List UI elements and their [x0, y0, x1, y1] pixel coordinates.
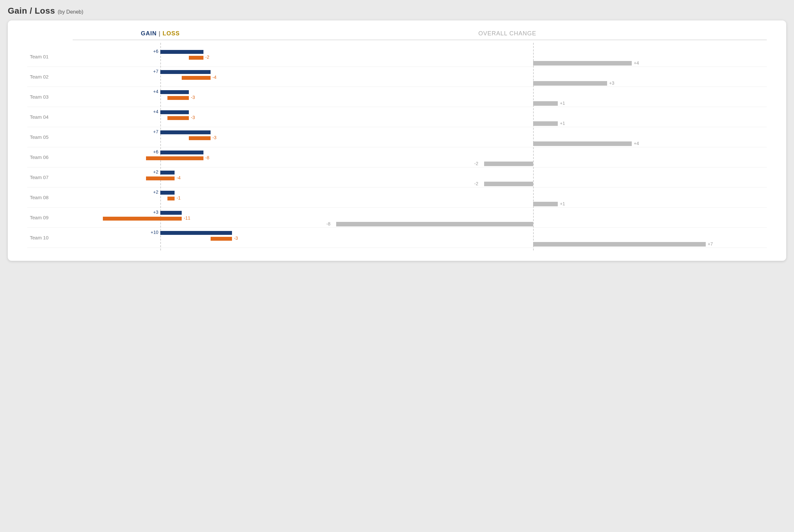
loss-bar	[146, 176, 174, 180]
page-subtitle: (by Deneb)	[58, 9, 83, 15]
change-bar	[533, 121, 558, 126]
loss-header-word: LOSS	[163, 30, 180, 37]
change-area: +1	[248, 188, 767, 207]
chart-row: Team 08+2-1+1	[27, 188, 767, 208]
change-bar	[484, 182, 533, 186]
gain-value-label: +10	[151, 230, 158, 235]
loss-bar	[167, 196, 174, 201]
team-label: Team 01	[27, 47, 73, 66]
chart-row: Team 06+6-8-2	[27, 147, 767, 167]
change-area: +1	[248, 87, 767, 107]
loss-bar	[189, 56, 203, 60]
gain-loss-header: GAIN | LOSS	[73, 30, 248, 37]
chart-card: GAIN | LOSS OVERALL CHANGE Team 01+6-2+4…	[8, 20, 786, 261]
header-rule	[73, 40, 767, 40]
loss-bar	[182, 76, 210, 80]
change-area: +7	[248, 228, 767, 248]
change-value-label: +4	[634, 141, 639, 146]
team-label: Team 10	[27, 228, 73, 248]
team-label: Team 03	[27, 87, 73, 107]
change-axis	[533, 43, 534, 250]
gain-bar	[160, 130, 211, 134]
chart-headers: GAIN | LOSS OVERALL CHANGE	[73, 30, 767, 37]
change-value-label: +7	[708, 241, 713, 247]
loss-value-label: -4	[176, 175, 181, 180]
loss-bar	[167, 96, 189, 100]
change-area: -2	[248, 147, 767, 167]
team-label: Team 06	[27, 147, 73, 167]
change-value-label: +4	[634, 60, 639, 65]
change-bar	[533, 101, 558, 106]
overall-header-word: OVERALL CHANGE	[478, 30, 536, 37]
page-title: Gain / Loss	[8, 6, 55, 16]
gain-header-word: GAIN	[141, 30, 157, 37]
change-value-label: -2	[474, 181, 478, 186]
chart-body: Team 01+6-2+4Team 02+7-4+3Team 03+4-3+1T…	[27, 47, 767, 248]
chart-row: Team 01+6-2+4	[27, 47, 767, 67]
change-area: +4	[248, 127, 767, 147]
title-row: Gain / Loss (by Deneb)	[8, 6, 786, 16]
loss-value-label: -3	[191, 115, 195, 120]
chart-row: Team 05+7-3+4	[27, 127, 767, 147]
change-bar	[533, 61, 632, 65]
loss-value-label: -1	[176, 195, 181, 201]
loss-value-label: -11	[184, 215, 190, 221]
loss-value-label: -8	[205, 155, 209, 160]
overall-change-header: OVERALL CHANGE	[248, 30, 767, 37]
loss-value-label: -3	[191, 95, 195, 100]
change-bar	[533, 242, 706, 247]
team-label: Team 08	[27, 188, 73, 207]
gain-value-label: +2	[153, 169, 158, 174]
gain-bar	[160, 151, 204, 154]
change-value-label: +1	[560, 100, 565, 106]
change-value-label: -2	[474, 161, 478, 166]
gain-bar	[160, 231, 232, 235]
gain-value-label: +2	[153, 189, 158, 195]
change-value-label: -8	[326, 221, 330, 226]
loss-bar	[189, 136, 210, 140]
chart-row: Team 04+4-3+1	[27, 107, 767, 127]
loss-bar	[103, 217, 182, 221]
gain-bar	[160, 191, 174, 195]
change-area: -8	[248, 208, 767, 227]
change-area: -2	[248, 167, 767, 187]
gain-value-label: +4	[153, 89, 158, 94]
chart-row: Team 07+2-4-2	[27, 167, 767, 188]
header-sep: |	[159, 30, 160, 37]
gain-bar	[160, 90, 189, 94]
team-label: Team 07	[27, 167, 73, 187]
change-bar	[533, 202, 558, 206]
gain-bar	[160, 211, 182, 215]
team-label: Team 09	[27, 208, 73, 227]
loss-value-label: -3	[234, 235, 238, 241]
gain-value-label: +4	[153, 109, 158, 114]
team-label: Team 02	[27, 67, 73, 87]
gain-bar	[160, 70, 211, 74]
change-area: +4	[248, 47, 767, 66]
chart-row: Team 09+3-11-8	[27, 208, 767, 228]
gain-value-label: +7	[153, 129, 158, 134]
change-bar	[484, 162, 533, 166]
change-bar	[533, 81, 607, 86]
loss-bar	[146, 156, 204, 160]
change-area: +1	[248, 107, 767, 127]
gain-value-label: +7	[153, 69, 158, 74]
gain-bar	[160, 50, 204, 54]
loss-bar	[211, 237, 232, 241]
loss-value-label: -2	[205, 55, 209, 60]
team-label: Team 04	[27, 107, 73, 127]
page: Gain / Loss (by Deneb) GAIN | LOSS OVERA…	[0, 0, 794, 274]
gain-value-label: +6	[153, 149, 158, 154]
loss-value-label: -4	[212, 75, 216, 80]
loss-bar	[167, 116, 189, 120]
chart-row: Team 03+4-3+1	[27, 87, 767, 107]
change-value-label: +3	[609, 80, 614, 86]
change-value-label: +1	[560, 121, 565, 126]
team-label: Team 05	[27, 127, 73, 147]
gain-value-label: +6	[153, 49, 158, 54]
gain-bar	[160, 171, 174, 174]
gain-bar	[160, 110, 189, 114]
change-value-label: +1	[560, 201, 565, 206]
gain-value-label: +3	[153, 210, 158, 215]
chart-row: Team 02+7-4+3	[27, 67, 767, 87]
